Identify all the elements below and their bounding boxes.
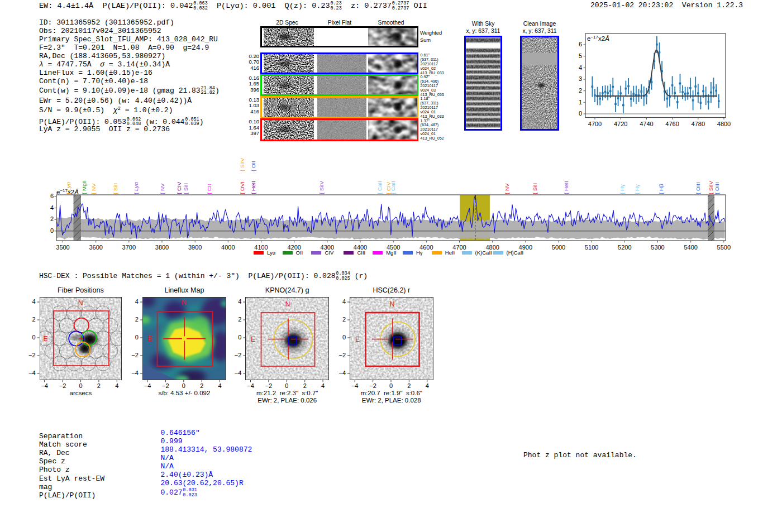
svg-text:E: E (355, 336, 360, 343)
svg-text:E: E (43, 335, 47, 343)
svg-text:N: N (390, 300, 395, 308)
svg-text:N: N (181, 299, 186, 306)
svg-text:E: E (251, 336, 255, 343)
svg-text:N: N (78, 299, 83, 307)
svg-text:N: N (285, 300, 290, 308)
svg-text:E: E (148, 335, 152, 343)
